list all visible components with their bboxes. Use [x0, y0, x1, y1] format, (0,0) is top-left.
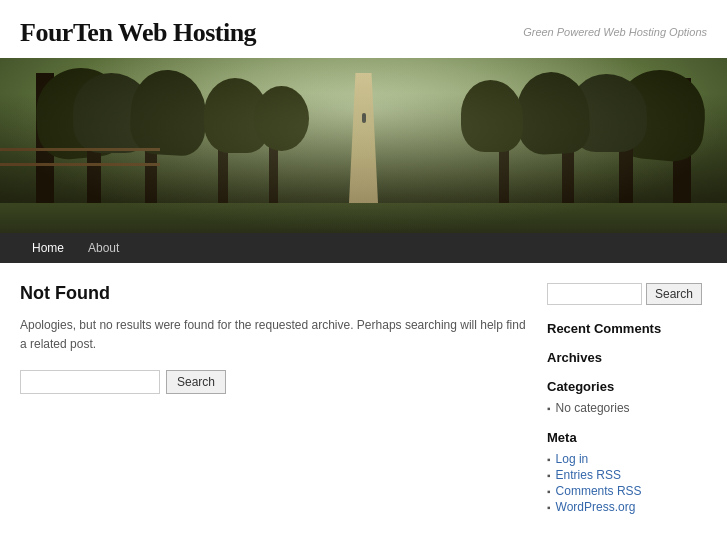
nav-link-about[interactable]: About [76, 233, 131, 263]
nav-link-home[interactable]: Home [20, 233, 76, 263]
nav-item-about[interactable]: About [76, 233, 131, 263]
content-search-form: Search [20, 370, 527, 394]
sidebar-meta-comments-link[interactable]: Comments RSS [556, 484, 642, 498]
sidebar-meta-comments-rss[interactable]: Comments RSS [547, 483, 707, 499]
not-found-text: Apologies, but no results were found for… [20, 316, 527, 354]
sidebar-search-button[interactable]: Search [646, 283, 702, 305]
sidebar-meta-login[interactable]: Log in [547, 451, 707, 467]
sidebar: Search Recent Comments Archives Categori… [547, 283, 707, 529]
page-content: Not Found Apologies, but no results were… [20, 283, 527, 529]
sidebar-meta-entries-rss[interactable]: Entries RSS [547, 467, 707, 483]
sidebar-search-form: Search [547, 283, 707, 305]
sidebar-meta-title: Meta [547, 430, 707, 445]
sidebar-search-input[interactable] [547, 283, 642, 305]
sidebar-categories-list: No categories [547, 400, 707, 416]
content-search-button[interactable]: Search [166, 370, 226, 394]
sidebar-recent-comments-title: Recent Comments [547, 321, 707, 336]
page-heading: Not Found [20, 283, 527, 304]
sidebar-meta: Meta Log in Entries RSS Comments RSS Wor… [547, 430, 707, 515]
sidebar-categories-title: Categories [547, 379, 707, 394]
sidebar-meta-wordpress[interactable]: WordPress.org [547, 499, 707, 515]
main-content: Not Found Apologies, but no results were… [0, 263, 727, 545]
site-tagline: Green Powered Web Hosting Options [523, 26, 707, 38]
sidebar-meta-login-link[interactable]: Log in [556, 452, 589, 466]
sidebar-meta-list: Log in Entries RSS Comments RSS WordPres… [547, 451, 707, 515]
nav-list: Home About [0, 233, 727, 263]
sidebar-category-item: No categories [547, 400, 707, 416]
sidebar-meta-entries-link[interactable]: Entries RSS [556, 468, 621, 482]
hero-image [0, 58, 727, 233]
site-header: FourTen Web Hosting Green Powered Web Ho… [0, 0, 727, 58]
sidebar-meta-wordpress-link[interactable]: WordPress.org [556, 500, 636, 514]
no-categories-label: No categories [556, 401, 630, 415]
content-search-input[interactable] [20, 370, 160, 394]
navigation: Home About [0, 233, 727, 263]
sidebar-categories: Categories No categories [547, 379, 707, 416]
nav-item-home[interactable]: Home [20, 233, 76, 263]
sidebar-recent-comments: Recent Comments [547, 321, 707, 336]
site-title: FourTen Web Hosting [20, 18, 256, 48]
sidebar-archives: Archives [547, 350, 707, 365]
sidebar-archives-title: Archives [547, 350, 707, 365]
